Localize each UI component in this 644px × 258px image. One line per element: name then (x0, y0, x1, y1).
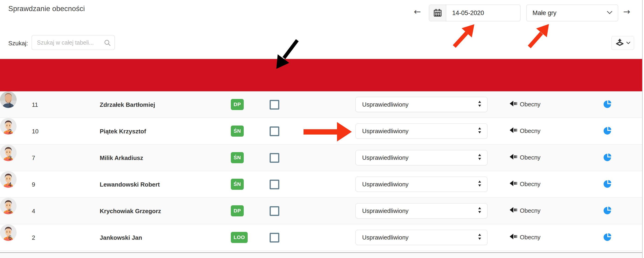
present-checkbox[interactable] (270, 233, 279, 242)
details-select[interactable]: Usprawiedliwiony (356, 123, 488, 139)
present-checkbox[interactable] (270, 153, 279, 163)
previous-status-cell: Obecny (509, 100, 540, 108)
row-index: 6 (8, 234, 12, 241)
player-name: Krychowiak Grzegorz (100, 208, 161, 215)
details-select-value: Usprawiedliwiony (356, 234, 478, 241)
search-label: Szukaj: (8, 40, 28, 47)
previous-status-cell: Obecny (509, 207, 540, 214)
search-field[interactable] (32, 35, 115, 50)
stats-pie-icon[interactable] (603, 206, 612, 217)
table-row: 3 7 (0, 145, 644, 171)
stats-pie-icon[interactable] (603, 233, 612, 243)
stats-pie-icon[interactable] (603, 153, 612, 164)
details-select[interactable]: Usprawiedliwiony (356, 150, 488, 165)
player-number: 11 (32, 101, 38, 108)
export-button[interactable] (612, 36, 634, 50)
table-row: 1 11 (0, 91, 644, 118)
rewind-icon (509, 127, 517, 135)
details-cell: Usprawiedliwiony (356, 177, 488, 192)
details-select-value: Usprawiedliwiony (356, 207, 478, 214)
details-cell: Usprawiedliwiony (356, 123, 488, 139)
calendar-button[interactable] (429, 5, 446, 21)
details-select[interactable]: Usprawiedliwiony (356, 177, 488, 192)
player-number: 2 (32, 234, 35, 241)
date-input[interactable]: 14-05-2020 (446, 5, 520, 21)
details-cell: Usprawiedliwiony (356, 97, 488, 112)
rewind-icon (509, 154, 517, 161)
table-header: Lp Nr Zawodnik Pozycja Obecny Szczegóły … (0, 59, 644, 91)
search-icon (104, 39, 111, 47)
present-checkbox[interactable] (270, 206, 279, 216)
table-row: 6 2 (0, 224, 644, 251)
page-title: Sprawdzanie obecności (8, 5, 85, 13)
player-number: 10 (32, 128, 38, 135)
event-type-value: Małe gry (526, 10, 607, 17)
annotation-arrow-red-date (454, 24, 474, 47)
position-badge: ŚN (231, 179, 244, 190)
player-name: Piątek Krzysztof (100, 128, 146, 135)
select-stepper-icon (478, 233, 481, 241)
rewind-icon (509, 233, 517, 241)
position-cell: ŚN (231, 152, 244, 163)
select-stepper-icon (478, 100, 481, 109)
previous-status-label: Obecny (520, 154, 540, 161)
present-checkbox[interactable] (270, 126, 279, 136)
details-select[interactable]: Usprawiedliwiony (356, 230, 488, 245)
present-checkbox[interactable] (270, 180, 279, 189)
details-select[interactable]: Usprawiedliwiony (356, 97, 488, 112)
select-stepper-icon (478, 207, 481, 215)
table-row: 5 4 (0, 198, 644, 224)
page-bottom-band (0, 253, 644, 258)
event-type-select[interactable]: Małe gry (526, 5, 618, 21)
previous-status-label: Obecny (520, 127, 540, 135)
export-chevron-down-icon (626, 41, 630, 45)
position-badge: ŚN (231, 125, 244, 137)
previous-status-label: Obecny (520, 101, 540, 108)
player-number: 4 (32, 208, 35, 215)
rewind-icon (509, 180, 517, 188)
export-icon (615, 38, 624, 48)
previous-status-cell: Obecny (509, 180, 540, 188)
rewind-icon (509, 100, 517, 108)
previous-day-button[interactable]: ← (414, 7, 421, 17)
chevron-down-icon (607, 11, 612, 15)
position-cell: ŚN (231, 125, 244, 137)
date-picker[interactable]: 14-05-2020 (429, 5, 520, 21)
player-name: Jankowski Jan (100, 234, 142, 241)
table-body: 1 11 (0, 91, 644, 251)
details-cell: Usprawiedliwiony (356, 230, 488, 245)
details-select-value: Usprawiedliwiony (356, 127, 478, 135)
stats-pie-icon[interactable] (603, 100, 612, 110)
row-index: 4 (8, 181, 12, 188)
previous-status-label: Obecny (520, 181, 540, 188)
details-select-value: Usprawiedliwiony (356, 101, 478, 108)
table-row: 4 9 (0, 171, 644, 198)
stats-pie-icon[interactable] (603, 126, 612, 137)
select-stepper-icon (478, 154, 481, 162)
player-name: Milik Arkadiusz (100, 155, 143, 162)
next-day-button[interactable]: → (623, 7, 630, 17)
row-index: 1 (8, 101, 12, 108)
position-cell: DP (231, 99, 244, 110)
row-index: 2 (8, 128, 12, 135)
calendar-icon (434, 9, 442, 18)
row-index: 5 (8, 208, 12, 215)
details-select[interactable]: Usprawiedliwiony (356, 203, 488, 218)
stats-pie-icon[interactable] (603, 180, 612, 190)
previous-status-label: Obecny (520, 234, 540, 241)
details-select-value: Usprawiedliwiony (356, 154, 478, 161)
annotation-arrow-red-select (529, 24, 549, 47)
position-cell: ŚN (231, 179, 244, 190)
table-row: 2 10 (0, 118, 644, 145)
present-checkbox[interactable] (270, 100, 279, 109)
player-number: 7 (32, 155, 35, 162)
search-input[interactable] (32, 35, 114, 50)
previous-status-label: Obecny (520, 207, 540, 214)
position-cell: LOO (231, 232, 248, 243)
scrollbar-track[interactable] (642, 0, 644, 258)
player-number: 9 (32, 181, 35, 188)
player-name: Zdrzałek Bartłomiej (100, 101, 155, 108)
position-cell: DP (231, 205, 244, 216)
previous-status-cell: Obecny (509, 127, 540, 135)
position-badge: ŚN (231, 152, 244, 163)
